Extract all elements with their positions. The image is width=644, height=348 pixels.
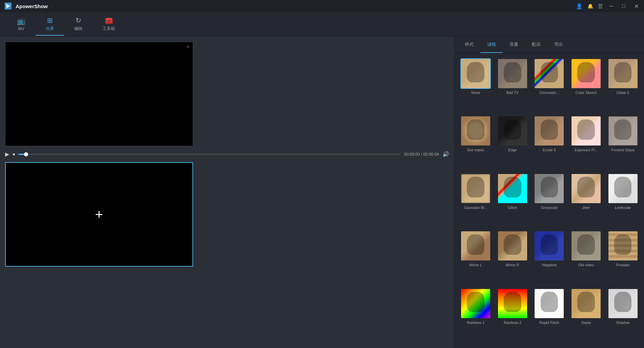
split-label: 分屏 [46, 26, 54, 32]
filter-label-mirrorl: Mirror L [469, 263, 482, 267]
filter-item-lenticular[interactable]: Lenticular [606, 173, 640, 228]
tab-filter[interactable]: 滤镜 [480, 37, 503, 53]
filter-label-negative: Negative [542, 263, 557, 267]
nav-item-mv[interactable]: 📺 MV [7, 14, 36, 35]
filter-item-oldvideo[interactable]: Old video [569, 231, 603, 285]
filter-item-rainbow1[interactable]: Rainbow 1 [459, 288, 493, 343]
nav-item-split[interactable]: ⊞ 分屏 [36, 13, 64, 36]
filter-thumb-inner-frostedglass [608, 116, 638, 146]
filter-item-jitter[interactable]: Jitter [569, 173, 603, 228]
filter-label-exposurefl: Exposure Fl... [575, 148, 598, 152]
filter-thumb-inner-erode5 [535, 116, 564, 146]
filter-thumb-inner-shadow [608, 289, 638, 318]
tab-style[interactable]: 样式 [458, 37, 480, 53]
topnav: 📺 MV ⊞ 分屏 ↻ 编辑 🧰 工具箱 [0, 12, 644, 37]
filter-thumb-inner-lenticular [608, 174, 638, 203]
toolbox-label: 工具箱 [103, 26, 115, 32]
left-panel: ⊞ ▶ ■ 00:00:00 / 00:00:04 🔊 + [0, 37, 454, 348]
edit-label: 编辑 [74, 26, 82, 32]
filter-item-badtv[interactable]: Bad TV [496, 58, 530, 113]
filter-item-shadow[interactable]: Shadow [606, 288, 640, 343]
filter-item-negative[interactable]: Negative [532, 231, 566, 285]
filter-thumb-inner-rainbow1 [461, 289, 490, 318]
filter-label-chromatic: Chromatic... [539, 91, 559, 95]
filter-item-rainbow2[interactable]: Rainbow 2 [496, 288, 530, 343]
filter-thumb-inner-mirrorl [461, 231, 490, 260]
filter-thumb-inner-oldvideo [572, 231, 601, 260]
filter-thumb-mirrorl [460, 231, 491, 261]
filter-label-shadow: Shadow [616, 321, 630, 325]
filter-item-rapidflash[interactable]: Rapid Flash [532, 288, 566, 343]
filter-thumb-edge [497, 116, 528, 146]
filter-thumb-jitter [571, 173, 601, 204]
filter-label-rainbow1: Rainbow 1 [467, 321, 484, 325]
filter-label-rainbow2: Rainbow 2 [504, 321, 521, 325]
nav-item-toolbox[interactable]: 🧰 工具箱 [92, 13, 125, 36]
list-icon[interactable]: ☰ [598, 3, 603, 9]
filter-item-sepia[interactable]: Sepia [569, 288, 603, 343]
filter-thumb-none [460, 58, 491, 89]
filter-item-mirrorl[interactable]: Mirror L [459, 231, 493, 285]
notification-icon[interactable]: 🔔 [587, 3, 593, 9]
filter-item-glitch[interactable]: Glitch [496, 173, 530, 228]
maximize-btn[interactable]: □ [620, 2, 627, 10]
filter-item-mirrorr[interactable]: Mirror R [496, 231, 530, 285]
play-button[interactable]: ▶ [5, 151, 9, 157]
filter-thumb-inner-none [461, 59, 490, 88]
filter-label-oldvideo: Old video [578, 263, 594, 267]
filter-thumb-inner-sepia [572, 289, 601, 318]
filter-label-jitter: Jitter [582, 206, 590, 210]
filter-label-edge: Edge [508, 148, 517, 152]
filter-thumb-inner-greyscale [535, 174, 564, 203]
filter-thumb-inner-gaussianbl [461, 174, 490, 203]
time-display: 00:00:00 / 00:00:04 [404, 152, 439, 157]
filter-item-frostedglass[interactable]: Frosted Glass [606, 116, 640, 170]
stop-button[interactable]: ■ [13, 152, 15, 157]
edit-icon: ↻ [76, 16, 81, 24]
progress-bar[interactable] [18, 154, 400, 155]
close-btn[interactable]: ✕ [632, 2, 641, 10]
titlebar-left: ApowerShow [3, 1, 48, 11]
filter-thumb-inner-dilate5 [608, 59, 638, 88]
filter-label-lenticular: Lenticular [615, 206, 631, 210]
volume-icon[interactable]: 🔊 [442, 151, 449, 157]
filter-item-pixelate[interactable]: Pixelate [606, 231, 640, 285]
filter-thumb-inner-colorsketch [572, 59, 601, 88]
filter-thumb-erode5 [534, 116, 564, 146]
mv-label: MV [18, 26, 24, 31]
app-logo [3, 1, 13, 11]
filter-item-chromatic[interactable]: Chromatic... [532, 58, 566, 113]
split-icon: ⊞ [47, 16, 53, 24]
filter-thumb-shadow [608, 288, 638, 319]
filter-item-dilate5[interactable]: Dilate 5 [606, 58, 640, 113]
filter-item-edge[interactable]: Edge [496, 116, 530, 170]
filter-label-gaussianbl: Gaussian Bl... [464, 206, 487, 210]
right-panel: 样式 滤镜 音量 配乐 导出 NoneBad TVChromatic...Col… [454, 37, 644, 348]
app-name: ApowerShow [16, 3, 48, 9]
nav-item-edit[interactable]: ↻ 编辑 [64, 13, 92, 36]
tab-volume[interactable]: 音量 [503, 37, 525, 53]
filter-item-exposurefl[interactable]: Exposure Fl... [569, 116, 603, 170]
filter-item-dotmatrix[interactable]: Dot matrix [459, 116, 493, 170]
filter-thumb-inner-jitter [572, 174, 601, 203]
minimize-btn[interactable]: ─ [607, 2, 615, 10]
filter-thumb-frostedglass [608, 116, 638, 146]
filter-thumb-inner-mirrorr [498, 231, 527, 260]
bottom-video-preview[interactable]: + [5, 162, 193, 267]
tab-export[interactable]: 导出 [547, 37, 570, 53]
filter-thumb-inner-exposurefl [572, 116, 601, 146]
filter-item-erode5[interactable]: Erode 5 [532, 116, 566, 170]
filter-item-none[interactable]: None [459, 58, 493, 113]
top-video-preview: ⊞ [5, 42, 193, 146]
filter-thumb-inner-negative [535, 231, 564, 260]
account-icon[interactable]: 👤 [576, 3, 583, 9]
filter-thumb-oldvideo [571, 231, 601, 261]
filter-item-colorsketch[interactable]: Color Sketch [569, 58, 603, 113]
filter-item-greyscale[interactable]: Greyscale [532, 173, 566, 228]
tab-music[interactable]: 配乐 [525, 37, 547, 53]
titlebar-right: 👤 🔔 ☰ ─ □ ✕ [576, 2, 641, 10]
filter-thumb-dotmatrix [460, 116, 491, 146]
filter-item-gaussianbl[interactable]: Gaussian Bl... [459, 173, 493, 228]
filter-label-sepia: Sepia [581, 321, 591, 325]
filter-thumb-inner-rapidflash [535, 289, 564, 318]
